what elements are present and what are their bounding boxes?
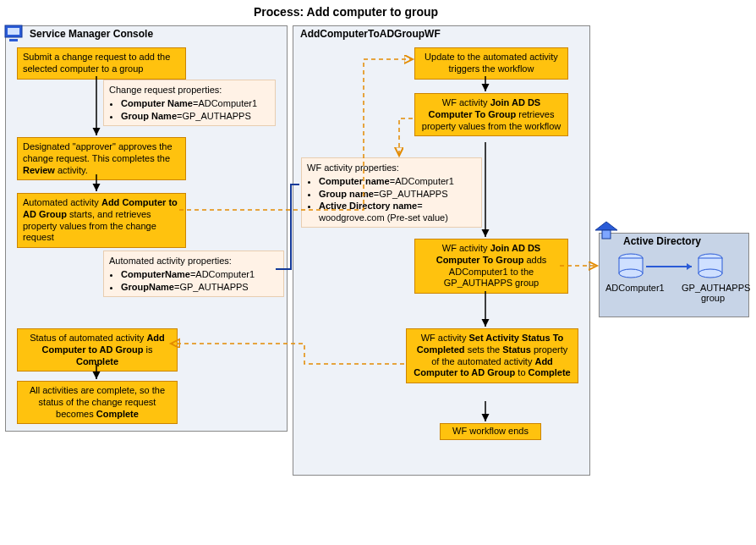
cr-props-title: Change request properties: [109, 85, 222, 95]
page-title: Process: Add computer to group [254, 5, 438, 19]
aa-props-title: Automated activity properties: [109, 256, 232, 266]
group-wf-label: AddComputerToADGroupWF [300, 25, 441, 40]
aa-prop1: ComputerName=ADComputer1 [121, 268, 278, 280]
svg-marker-3 [595, 222, 617, 230]
wf-prop1: Computer name=ADComputer1 [319, 175, 476, 187]
box-wf-join2: WF activity Join AD DS Computer To Group… [414, 239, 568, 294]
wf-prop3: Active Directory name= woodgrove.com (Pr… [319, 200, 476, 224]
note-cr-props: Change request properties: Computer Name… [103, 80, 276, 126]
box-smc-auto: Automated activity Add Computer to AD Gr… [17, 193, 186, 248]
wf-props-title: WF activity properties: [307, 162, 399, 173]
group-smc-label: Service Manager Console [30, 25, 153, 40]
aa-prop2: GroupName=GP_AUTHAPPS [121, 281, 278, 293]
group-ad: Active Directory [599, 233, 749, 317]
note-aa-props: Automated activity properties: ComputerN… [103, 250, 284, 297]
box-smc-submit: Submit a change request to add the selec… [17, 47, 186, 80]
group-ad-label: Active Directory [623, 232, 701, 247]
cr-prop2: Group Name=GP_AUTHAPPS [121, 110, 270, 122]
wf-prop2: Group name=GP_AUTHAPPS [319, 188, 476, 200]
box-wf-setstatus: WF activity Set Activity Status To Compl… [406, 328, 578, 383]
box-smc-status: Status of automated activity Add Compute… [17, 328, 178, 372]
note-wf-props: WF activity properties: Computer name=AD… [301, 157, 482, 228]
box-smc-complete: All activities are complete, so the stat… [17, 381, 178, 424]
ad-computer-label: ADComputer1 [605, 283, 663, 293]
box-wf-join1: WF activity Join AD DS Computer To Group… [414, 93, 568, 136]
box-smc-approve: Designated "approver" approves the chang… [17, 137, 186, 180]
cr-prop1: Computer Name=ADComputer1 [121, 97, 270, 109]
ad-group-label: GP_AUTHAPPS group [682, 283, 744, 303]
box-wf-end: WF workflow ends [440, 423, 541, 440]
box-wf-trigger: Update to the automated activity trigger… [414, 47, 568, 80]
